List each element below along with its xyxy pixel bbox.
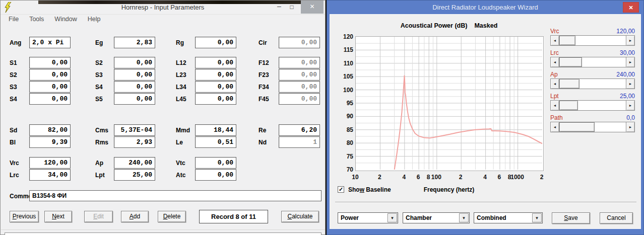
param-field-ang[interactable]: 2,0 x Pi <box>29 37 71 48</box>
param-label-nd: Nd <box>259 139 267 146</box>
ap-scrollbar-thumb[interactable] <box>559 79 579 89</box>
param-label-l34: L34 <box>176 84 186 91</box>
param-field-bl[interactable]: 9,39 <box>29 136 71 148</box>
x-axis-labels: 102468100246810002 <box>355 174 543 182</box>
scroll-left-arrow-icon[interactable]: ◄ <box>550 122 559 132</box>
scroll-right-arrow-icon[interactable]: ► <box>626 35 635 46</box>
param-field-lrc[interactable]: 34,00 <box>29 169 71 181</box>
chamber-combo[interactable]: Chamber ▼ <box>403 212 470 223</box>
cancel-button[interactable]: Cancel <box>600 212 633 224</box>
param-field-l23[interactable]: 0,00 <box>195 69 236 81</box>
slider-panel: Vrc120,00 ◄► Lrc30,00 ◄► Ap240,00 ◄► Lpt… <box>550 28 635 136</box>
chevron-down-icon[interactable]: ▼ <box>388 213 397 222</box>
scroll-right-arrow-icon[interactable]: ► <box>626 79 635 89</box>
y-tick-label: 100 <box>332 87 353 94</box>
param-field-le[interactable]: 0,51 <box>195 136 236 148</box>
masked-label: Masked <box>474 22 497 29</box>
y-tick-label: 75 <box>332 153 353 160</box>
lpt-scrollbar[interactable]: ◄► <box>550 100 635 111</box>
param-field-vrc[interactable]: 120,00 <box>29 157 71 169</box>
add-button[interactable]: Add <box>121 211 149 222</box>
vrc-scrollbar-track[interactable] <box>559 35 626 46</box>
param-field-lpt[interactable]: 25,00 <box>114 169 155 181</box>
next-button[interactable]: Next <box>44 211 72 222</box>
param-label-s5: S5 <box>95 96 103 103</box>
param-field-re[interactable]: 6,20 <box>279 124 320 136</box>
scroll-left-arrow-icon[interactable]: ◄ <box>550 79 559 89</box>
y-tick-label: 120 <box>332 33 353 40</box>
param-field-ap[interactable]: 240,00 <box>114 157 155 169</box>
plot-type-combo[interactable]: Power ▼ <box>338 212 398 223</box>
chevron-down-icon[interactable]: ▼ <box>532 213 542 222</box>
lrc-scrollbar[interactable]: ◄► <box>550 57 635 67</box>
param-field-cms[interactable]: 5,37E-04 <box>114 124 155 136</box>
param-field-s2[interactable]: 0,00 <box>114 57 155 68</box>
close-icon[interactable]: ✕ <box>301 1 324 14</box>
slider-lpt: Lpt25,00 ◄► <box>550 93 635 111</box>
scroll-right-arrow-icon[interactable]: ► <box>626 57 635 67</box>
ap-scrollbar[interactable]: ◄► <box>550 79 635 89</box>
param-field-s4[interactable]: 0,00 <box>114 81 155 93</box>
chevron-down-icon[interactable]: ▼ <box>459 213 469 222</box>
slider-lpt-value: 25,00 <box>620 93 635 100</box>
param-field-atc[interactable]: 0,00 <box>195 169 236 181</box>
slider-path: Path0,0 ◄► <box>550 114 635 132</box>
x-tick-label: 10 <box>347 174 364 181</box>
slider-ap: Ap240,00 ◄► <box>550 71 635 89</box>
close-icon[interactable]: ✕ <box>623 2 639 13</box>
param-field-mmd[interactable]: 18,44 <box>195 124 236 136</box>
save-button[interactable]: Save <box>552 212 590 224</box>
slider-ap-label: Ap <box>550 71 558 79</box>
y-axis-labels: 707580859095100105110115120 <box>332 36 353 170</box>
delete-button[interactable]: Delete <box>158 211 186 222</box>
param-field-s3[interactable]: 0,00 <box>114 69 155 81</box>
hornresp-input-parameters-window: Hornresp - Input Parameters – □ ✕ File T… <box>0 0 326 235</box>
scroll-left-arrow-icon[interactable]: ◄ <box>550 57 559 67</box>
param-field-s5[interactable]: 0,00 <box>114 93 155 105</box>
record-status: Record 8 of 11 <box>199 210 268 223</box>
menu-tools[interactable]: Tools <box>29 16 44 27</box>
scroll-left-arrow-icon[interactable]: ◄ <box>550 35 559 46</box>
menu-file[interactable]: File <box>9 16 19 27</box>
show-baseline-checkbox[interactable]: ✓ <box>338 186 344 193</box>
param-label-lrc: Lrc <box>10 172 19 179</box>
vrc-scrollbar[interactable]: ◄► <box>550 35 635 46</box>
param-label-cir: Cir <box>259 39 267 46</box>
menu-bar: File Tools Window Help <box>1 16 101 27</box>
direct-radiator-wizard-window: Direct Radiator Loudspeaker Wizard ✕ Aco… <box>327 0 644 235</box>
lpt-scrollbar-thumb[interactable] <box>559 101 578 110</box>
param-field-l45[interactable]: 0,00 <box>195 93 236 105</box>
lpt-scrollbar-track[interactable] <box>559 100 626 111</box>
menu-help[interactable]: Help <box>88 16 101 27</box>
param-field-vtc[interactable]: 0,00 <box>195 157 236 169</box>
scroll-right-arrow-icon[interactable]: ► <box>626 122 635 132</box>
combined-combo[interactable]: Combined ▼ <box>474 212 543 223</box>
param-field-eg[interactable]: 2,83 <box>114 37 155 48</box>
param-field-s4[interactable]: 0,00 <box>29 93 71 105</box>
calculate-button[interactable]: Calculate <box>281 211 319 222</box>
menu-window[interactable]: Window <box>54 16 77 27</box>
param-field-l34[interactable]: 0,00 <box>195 81 236 93</box>
param-field-s2[interactable]: 0,00 <box>29 69 71 81</box>
param-field-s1[interactable]: 0,00 <box>29 57 71 68</box>
scroll-left-arrow-icon[interactable]: ◄ <box>550 100 559 111</box>
vrc-scrollbar-thumb[interactable] <box>559 36 575 45</box>
param-field-l12[interactable]: 0,00 <box>195 57 236 68</box>
param-field-s3[interactable]: 0,00 <box>29 81 71 93</box>
param-label-eg: Eg <box>95 39 103 46</box>
param-label-l23: L23 <box>176 71 186 79</box>
comment-field[interactable]: B1354-8 ФИ <box>29 190 321 201</box>
lrc-scrollbar-thumb[interactable] <box>559 57 582 67</box>
path-scrollbar-thumb[interactable] <box>559 122 595 132</box>
param-field-rg[interactable]: 0,00 <box>195 37 236 48</box>
lrc-scrollbar-track[interactable] <box>559 57 626 67</box>
previous-button[interactable]: Previous <box>10 211 39 222</box>
y-tick-label: 70 <box>332 166 353 173</box>
ap-scrollbar-track[interactable] <box>559 79 626 89</box>
param-field-rms[interactable]: 2,93 <box>114 136 155 148</box>
param-label-rms: Rms <box>95 139 108 146</box>
param-field-sd[interactable]: 82,00 <box>29 124 71 136</box>
scroll-right-arrow-icon[interactable]: ► <box>626 100 635 111</box>
path-scrollbar[interactable]: ◄► <box>550 122 635 132</box>
path-scrollbar-track[interactable] <box>559 122 626 132</box>
